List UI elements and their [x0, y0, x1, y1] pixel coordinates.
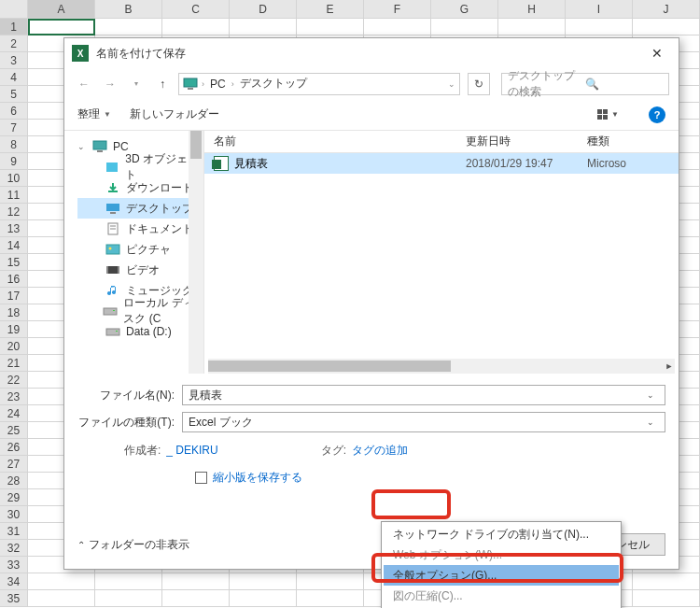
tree-item[interactable]: ダウンロード [77, 177, 203, 198]
svg-rect-2 [93, 141, 106, 149]
filename-label: ファイル名(N): [77, 388, 182, 403]
menu-item[interactable]: ネットワーク ドライブの割り当て(N)... [384, 524, 619, 544]
help-button[interactable]: ? [649, 106, 665, 123]
file-list-scrollbar[interactable]: ◄► [208, 359, 675, 374]
file-list[interactable]: 名前 更新日時 種類 見積表 2018/01/29 19:47 Microso … [204, 131, 679, 374]
svg-rect-15 [118, 266, 119, 274]
excel-file-icon [214, 156, 229, 171]
excel-icon: X [72, 45, 89, 62]
svg-rect-4 [106, 163, 118, 172]
svg-rect-18 [106, 329, 119, 335]
menu-item[interactable]: 全般オプション(G)... [384, 565, 619, 586]
svg-point-12 [109, 247, 112, 250]
thumbnail-label[interactable]: 縮小版を保存する [213, 470, 302, 486]
svg-rect-6 [106, 204, 119, 211]
svg-rect-16 [104, 308, 117, 315]
forward-button: → [100, 74, 120, 94]
organize-button[interactable]: 整理▼ [77, 106, 111, 122]
thumbnail-checkbox[interactable] [195, 472, 207, 484]
new-folder-button[interactable]: 新しいフォルダー [130, 106, 219, 122]
back-button[interactable]: ← [74, 74, 94, 94]
col-date[interactable]: 更新日時 [456, 134, 578, 149]
svg-rect-14 [106, 266, 108, 274]
file-row[interactable]: 見積表 2018/01/29 19:47 Microso [204, 153, 679, 174]
tools-menu: ネットワーク ドライブの割り当て(N)...Web オプション(W)...全般オ… [381, 521, 622, 608]
tree-scrollbar[interactable] [189, 131, 203, 374]
tag-label: タグ: [321, 444, 346, 457]
col-type[interactable]: 種類 [578, 134, 679, 149]
recent-button[interactable]: ▾ [126, 74, 147, 94]
tree-item[interactable]: ドキュメント [77, 219, 203, 239]
menu-item[interactable]: Web オプション(W)... [384, 544, 619, 565]
hide-folders-button[interactable]: ⌃フォルダーの非表示 [77, 537, 189, 553]
refresh-button[interactable]: ↻ [468, 73, 490, 95]
search-input[interactable]: デスクトップの検索 🔍 [501, 73, 669, 95]
nav-bar: ← → ▾ ↑ › PC › デスクトップ ⌄ ↻ デスクトップの検索 🔍 [64, 68, 679, 99]
filetype-label: ファイルの種類(T): [77, 415, 182, 431]
tree-item[interactable]: デスクトップ [77, 198, 203, 219]
address-bar[interactable]: › PC › デスクトップ ⌄ [178, 73, 460, 95]
dialog-title: 名前を付けて保存 [96, 46, 643, 62]
svg-rect-13 [106, 266, 119, 274]
save-as-dialog: X 名前を付けて保存 ✕ ← → ▾ ↑ › PC › デスクトップ ⌄ ↻ デ [63, 37, 679, 570]
author-value[interactable]: _ DEKIRU [166, 444, 217, 457]
search-icon: 🔍 [585, 78, 663, 91]
svg-rect-7 [110, 212, 116, 214]
tree-item[interactable]: 3D オブジェクト [77, 157, 203, 177]
filetype-select[interactable]: Excel ブック⌄ [182, 412, 665, 432]
tree-item[interactable]: ビデオ [77, 260, 203, 280]
svg-rect-3 [97, 150, 103, 152]
svg-rect-0 [184, 78, 197, 87]
author-label: 作成者: [124, 444, 161, 457]
tag-value[interactable]: タグの追加 [352, 444, 408, 457]
up-button[interactable]: ↑ [152, 74, 173, 94]
view-button[interactable]: ▼ [597, 109, 619, 120]
pc-icon [183, 78, 198, 91]
col-name[interactable]: 名前 [204, 134, 456, 149]
menu-item[interactable]: 図の圧縮(C)... [384, 586, 619, 606]
filename-input[interactable]: 見積表⌄ [182, 385, 665, 405]
svg-rect-11 [106, 245, 119, 254]
close-button[interactable]: ✕ [643, 46, 671, 61]
svg-rect-5 [108, 191, 118, 192]
chevron-down-icon[interactable]: ⌄ [448, 79, 455, 89]
toolbar: 整理▼ 新しいフォルダー ▼ ? [64, 99, 679, 131]
tree-item[interactable]: ピクチャ [77, 239, 203, 260]
folder-tree[interactable]: ⌄ PC 3D オブジェクトダウンロードデスクトップドキュメントピクチャビデオミ… [64, 131, 204, 374]
svg-rect-17 [113, 310, 115, 311]
svg-rect-1 [188, 88, 193, 90]
tree-item[interactable]: ローカル ディスク (C [77, 301, 203, 321]
svg-rect-19 [116, 331, 118, 332]
